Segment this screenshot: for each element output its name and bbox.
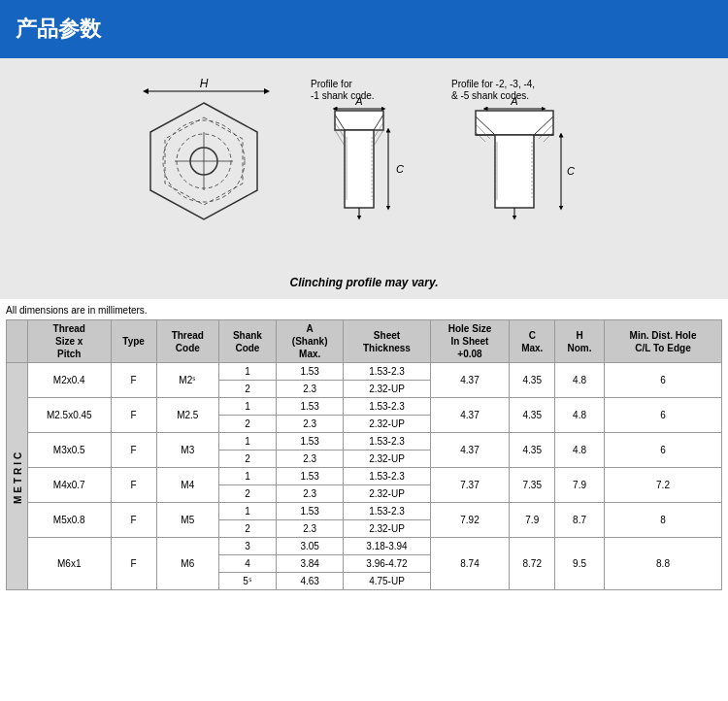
cell-a-val: 4.63 [276, 573, 344, 590]
col-sheet: SheetThickness [344, 320, 430, 363]
cell-sheet-val: 2.32-UP [344, 451, 430, 468]
svg-line-17 [335, 130, 345, 146]
cell-c-max: 7.35 [510, 468, 555, 503]
svg-rect-33 [495, 135, 534, 208]
cell-c-max: 7.9 [510, 503, 555, 538]
cell-type: F [111, 468, 156, 503]
col-min-dist: Min. Dist. HoleC/L To Edge [605, 320, 722, 363]
cell-min-dist: 7.2 [605, 468, 722, 503]
cell-thread-code: M5 [156, 503, 218, 538]
svg-rect-32 [476, 111, 553, 135]
cell-sheet-val: 3.18-3.94 [344, 538, 430, 555]
cell-thread: M4x0.7 [28, 468, 112, 503]
col-c: CMax. [510, 320, 555, 363]
cell-min-dist: 6 [605, 398, 722, 433]
cell-h-nom: 4.8 [555, 398, 605, 433]
table-row: METRICM2x0.4FM2ˢ11.531.53-2.34.374.354.8… [7, 363, 722, 381]
table-row: M6x1FM633.053.18-3.948.748.729.58.8 [7, 538, 722, 555]
cell-shank-code: 5ˢ [218, 573, 276, 590]
svg-text:C: C [567, 165, 575, 177]
cell-hole-size: 4.37 [430, 398, 510, 433]
metric-col-header [7, 320, 28, 363]
diagram-container: H Profile for [10, 74, 718, 268]
cell-type: F [111, 398, 156, 433]
cell-hole-size: 8.74 [430, 538, 510, 590]
cell-a-val: 1.53 [276, 433, 344, 451]
cell-a-val: 1.53 [276, 363, 344, 381]
cell-a-val: 3.84 [276, 555, 344, 573]
col-h: HNom. [555, 320, 605, 363]
cell-c-max: 8.72 [510, 538, 555, 590]
cell-sheet-val: 1.53-2.3 [344, 363, 430, 381]
cell-shank-code: 2 [218, 520, 276, 538]
cell-shank-code: 3 [218, 538, 276, 555]
cell-sheet-val: 1.53-2.3 [344, 398, 430, 416]
cell-sheet-val: 2.32-UP [344, 416, 430, 433]
cell-a-val: 2.3 [276, 520, 344, 538]
cell-a-val: 2.3 [276, 416, 344, 433]
table-row: M3x0.5FM311.531.53-2.34.374.354.86 [7, 433, 722, 451]
page-header: 产品参数 [0, 0, 728, 58]
col-thread-code: ThreadCode [156, 320, 218, 363]
svg-text:H: H [200, 77, 209, 90]
cell-h-nom: 9.5 [555, 538, 605, 590]
cell-a-val: 2.3 [276, 451, 344, 468]
profile2-svg: Profile for -2, -3, -4, & -5 shank codes… [447, 74, 602, 268]
cell-c-max: 4.35 [510, 433, 555, 468]
cell-thread-code: M3 [156, 433, 218, 468]
cell-a-val: 2.3 [276, 381, 344, 398]
col-a: A(Shank)Max. [276, 320, 344, 363]
cell-shank-code: 1 [218, 433, 276, 451]
cell-shank-code: 2 [218, 485, 276, 503]
cell-a-val: 1.53 [276, 468, 344, 485]
table-row: M2.5x0.45FM2.511.531.53-2.34.374.354.86 [7, 398, 722, 416]
cell-thread: M5x0.8 [28, 503, 112, 538]
cell-shank-code: 4 [218, 555, 276, 573]
cell-type: F [111, 363, 156, 398]
svg-text:Profile for: Profile for [311, 79, 352, 89]
cell-sheet-val: 1.53-2.3 [344, 468, 430, 485]
svg-text:A: A [510, 95, 517, 107]
table-section: All dimensions are in millimeters. Threa… [0, 299, 728, 596]
cell-thread-code: M4 [156, 468, 218, 503]
cell-hole-size: 4.37 [430, 363, 510, 398]
svg-text:C: C [396, 163, 404, 175]
col-thread: ThreadSize xPitch [28, 320, 112, 363]
profile1-svg: Profile for -1 shank code. A C [301, 74, 427, 268]
cell-thread: M2.5x0.45 [28, 398, 112, 433]
cell-thread-code: M2.5 [156, 398, 218, 433]
svg-text:-1 shank code.: -1 shank code. [311, 90, 375, 101]
svg-rect-14 [345, 130, 374, 208]
dims-note: All dimensions are in millimeters. [6, 305, 722, 316]
cell-a-val: 2.3 [276, 485, 344, 503]
table-row: M4x0.7FM411.531.53-2.37.377.357.97.2 [7, 468, 722, 485]
cell-a-val: 1.53 [276, 503, 344, 520]
cell-thread: M6x1 [28, 538, 112, 590]
diagram-note: Clinching profile may vary. [10, 276, 718, 289]
page-title: 产品参数 [16, 15, 101, 44]
cell-sheet-val: 2.32-UP [344, 520, 430, 538]
cell-shank-code: 1 [218, 363, 276, 381]
svg-rect-13 [335, 111, 383, 130]
cell-sheet-val: 1.53-2.3 [344, 433, 430, 451]
cell-c-max: 4.35 [510, 398, 555, 433]
cell-h-nom: 4.8 [555, 433, 605, 468]
table-row: M5x0.8FM511.531.53-2.37.927.98.78 [7, 503, 722, 520]
svg-text:A: A [354, 95, 362, 107]
cell-sheet-val: 2.32-UP [344, 485, 430, 503]
specs-table: ThreadSize xPitch Type ThreadCode ShankC… [6, 319, 722, 590]
cell-a-val: 1.53 [276, 398, 344, 416]
diagram-area: H Profile for [0, 58, 728, 299]
cell-shank-code: 1 [218, 503, 276, 520]
cell-a-val: 3.05 [276, 538, 344, 555]
cell-h-nom: 8.7 [555, 503, 605, 538]
cell-type: F [111, 503, 156, 538]
cell-type: F [111, 538, 156, 590]
metric-label: METRIC [7, 363, 28, 590]
cell-type: F [111, 433, 156, 468]
cell-sheet-val: 2.32-UP [344, 381, 430, 398]
cell-shank-code: 2 [218, 416, 276, 433]
cell-shank-code: 2 [218, 381, 276, 398]
cell-thread-code: M2ˢ [156, 363, 218, 398]
cell-c-max: 4.35 [510, 363, 555, 398]
